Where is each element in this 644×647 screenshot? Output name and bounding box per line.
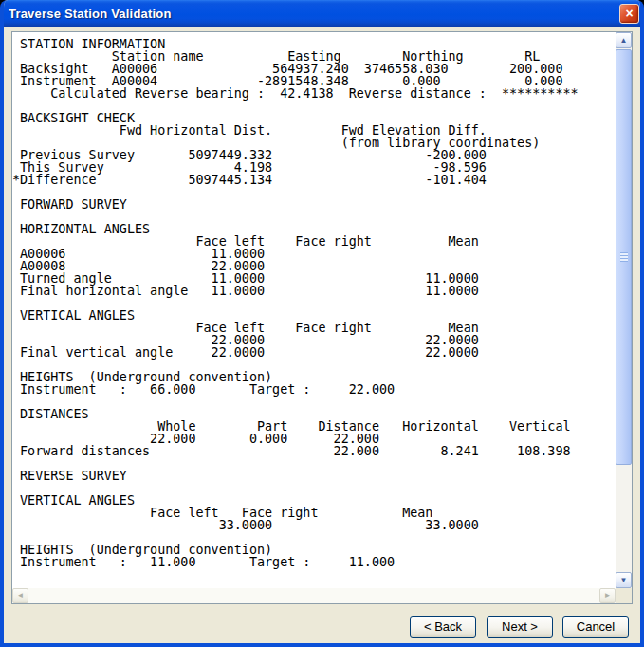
scroll-right-icon: ► bbox=[604, 592, 612, 600]
close-button[interactable]: × bbox=[619, 4, 639, 24]
scroll-left-icon: ◄ bbox=[17, 592, 25, 600]
scrollbar-corner bbox=[616, 588, 632, 603]
thumb-grip-icon bbox=[620, 252, 628, 262]
scroll-down-button[interactable]: ▼ bbox=[616, 572, 632, 588]
window-title: Traverse Station Validation bbox=[0, 7, 172, 21]
scroll-left-button[interactable]: ◄ bbox=[12, 588, 28, 603]
horizontal-scrollbar[interactable]: ◄ ► bbox=[12, 588, 616, 603]
report-panel: STATION INFORMATION Station name Easting… bbox=[11, 31, 633, 604]
report-text: STATION INFORMATION Station name Easting… bbox=[12, 32, 616, 588]
vertical-scroll-thumb[interactable] bbox=[616, 49, 632, 465]
back-button[interactable]: < Back bbox=[410, 616, 476, 638]
scroll-down-icon: ▼ bbox=[620, 577, 628, 584]
dialog-window: Traverse Station Validation × STATION IN… bbox=[0, 0, 644, 647]
close-icon: × bbox=[625, 6, 633, 21]
scroll-right-button[interactable]: ► bbox=[599, 588, 616, 603]
scroll-up-icon: ▲ bbox=[620, 37, 628, 45]
cancel-button[interactable]: Cancel bbox=[562, 616, 629, 638]
next-button[interactable]: Next > bbox=[487, 616, 553, 638]
title-bar[interactable]: Traverse Station Validation × bbox=[0, 0, 644, 27]
vertical-scroll-track[interactable] bbox=[616, 48, 632, 572]
vertical-scrollbar[interactable]: ▲ ▼ bbox=[616, 32, 632, 588]
scroll-up-button[interactable]: ▲ bbox=[616, 32, 632, 48]
